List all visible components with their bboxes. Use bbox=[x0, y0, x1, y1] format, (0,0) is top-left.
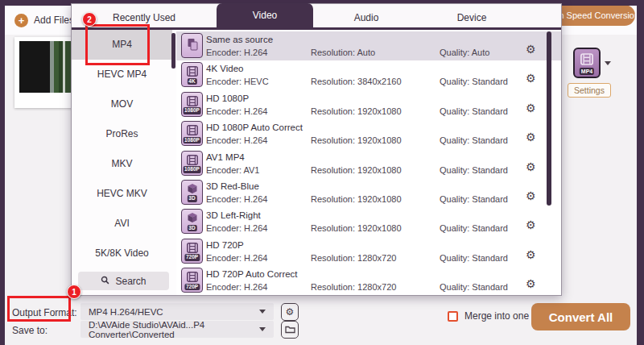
format-type-icon: 3D bbox=[181, 209, 203, 234]
window-border-left bbox=[0, 0, 5, 345]
output-format-tile-button[interactable]: MP4 bbox=[573, 48, 601, 78]
folder-icon bbox=[285, 322, 295, 337]
format-resolution: Resolution: 1920x1080 bbox=[311, 165, 402, 175]
format-name: HD 1080P Auto Correct bbox=[206, 123, 303, 132]
sidebar-items: MP4HEVC MP4MOVProResMKVHEVC MKVAVI5K/8K … bbox=[72, 30, 176, 268]
format-type-icon: 720P bbox=[181, 239, 203, 264]
format-row[interactable]: 1080P HD 1080P Encoder: H.264 Resolution… bbox=[176, 90, 561, 119]
format-row[interactable]: 1080P AV1 MP4 Encoder: AV1 Resolution: 1… bbox=[176, 149, 561, 178]
format-name: HD 720P Auto Correct bbox=[206, 269, 298, 279]
format-badge-label: 1080P bbox=[183, 107, 201, 114]
format-quality: Quality: Standard bbox=[440, 165, 508, 175]
format-tile-badge: MP4 bbox=[580, 68, 594, 75]
annotation-box-step2 bbox=[85, 24, 150, 65]
row-settings-gear-icon[interactable]: ⚙ bbox=[526, 219, 536, 231]
format-encoder: Encoder: H.264 bbox=[206, 194, 267, 204]
output-format-caret-icon bbox=[259, 310, 266, 314]
mp4-format-icon bbox=[580, 53, 593, 69]
format-name: AV1 MP4 bbox=[206, 152, 245, 162]
video-thumbnail-image bbox=[19, 41, 74, 93]
app-window: + Add Files High Speed Conversion MP4 Se… bbox=[0, 0, 644, 345]
tab-audio[interactable]: Audio bbox=[313, 9, 419, 27]
save-to-caret-icon bbox=[259, 327, 266, 331]
window-border-right bbox=[637, 0, 644, 345]
format-quality: Quality: Standard bbox=[440, 223, 508, 233]
row-settings-gear-icon[interactable]: ⚙ bbox=[526, 249, 536, 260]
format-row[interactable]: Same as source Encoder: H.264 Resolution… bbox=[176, 31, 561, 60]
add-files-label: Add Files bbox=[34, 15, 74, 26]
row-settings-gear-icon[interactable]: ⚙ bbox=[526, 131, 536, 143]
format-type-icon bbox=[181, 33, 203, 58]
format-resolution: Resolution: 1920x1080 bbox=[311, 106, 402, 116]
format-encoder: Encoder: H.264 bbox=[206, 48, 267, 57]
format-resolution: Resolution: 3840x2160 bbox=[311, 77, 402, 86]
format-quality: Quality: Auto bbox=[440, 48, 489, 57]
row-settings-gear-icon[interactable]: ⚙ bbox=[526, 190, 536, 202]
format-name: HD 1080P bbox=[206, 94, 249, 103]
format-resolution: Resolution: 1920x1080 bbox=[311, 135, 402, 145]
format-dropdown-caret-icon[interactable] bbox=[605, 61, 611, 65]
row-settings-gear-icon[interactable]: ⚙ bbox=[526, 161, 536, 172]
sidebar-item-5k-8k-video[interactable]: 5K/8K Video bbox=[72, 239, 172, 268]
format-row[interactable]: 720P HD 720P Auto Correct Encoder: H.264… bbox=[176, 266, 561, 295]
open-folder-button[interactable] bbox=[281, 321, 299, 339]
format-row[interactable]: 720P HD 720P Encoder: H.264 Resolution: … bbox=[176, 237, 561, 266]
convert-all-button[interactable]: Convert All bbox=[531, 303, 630, 330]
format-row[interactable]: 3D 3D Left-Right Encoder: H.264 Resoluti… bbox=[176, 207, 561, 236]
format-badge-label: 3D bbox=[187, 195, 196, 202]
row-settings-gear-icon[interactable]: ⚙ bbox=[526, 73, 536, 84]
sidebar-scrollbar[interactable] bbox=[171, 33, 175, 69]
merge-checkbox[interactable] bbox=[448, 311, 458, 322]
annotation-circle-step2: 2 bbox=[82, 12, 97, 27]
format-rows: Same as source Encoder: H.264 Resolution… bbox=[176, 31, 561, 295]
format-badge-label: 1080P bbox=[183, 137, 201, 144]
format-row[interactable]: 1080P HD 1080P Auto Correct Encoder: H.2… bbox=[176, 119, 561, 148]
format-resolution: Resolution: 1920x1080 bbox=[311, 223, 402, 233]
row-settings-gear-icon[interactable]: ⚙ bbox=[526, 102, 536, 114]
tab-device[interactable]: Device bbox=[419, 9, 524, 27]
sidebar-item-mov[interactable]: MOV bbox=[72, 89, 172, 119]
tab-video[interactable]: Video bbox=[217, 3, 313, 27]
format-badge-label: 720P bbox=[184, 254, 200, 261]
format-resolution: Resolution: 1280x720 bbox=[311, 253, 396, 263]
annotation-circle-step1: 1 bbox=[67, 285, 81, 299]
popup-body: MP4HEVC MP4MOVProResMKVHEVC MKVAVI5K/8K … bbox=[72, 30, 561, 295]
format-encoder: Encoder: H.264 bbox=[206, 106, 267, 116]
list-scrollbar[interactable] bbox=[547, 31, 551, 206]
format-encoder: Encoder: H.264 bbox=[206, 135, 267, 145]
video-thumbnail-card[interactable] bbox=[14, 37, 79, 108]
format-resolution: Resolution: 1280x720 bbox=[311, 282, 396, 292]
format-quality: Quality: Standard bbox=[440, 194, 508, 204]
sidebar-item-hevc-mkv[interactable]: HEVC MKV bbox=[72, 179, 172, 209]
format-name: HD 720P bbox=[206, 240, 244, 250]
save-to-dropdown[interactable]: D:\AVAide Studio\AVAid...P4 Converter\Co… bbox=[80, 321, 274, 338]
output-settings-button[interactable]: ⚙ bbox=[281, 303, 299, 321]
format-name: 3D Left-Right bbox=[206, 210, 261, 220]
format-resolution: Resolution: Auto bbox=[311, 48, 375, 57]
format-type-icon: 3D bbox=[181, 180, 203, 205]
format-resolution: Resolution: 1920x1080 bbox=[311, 194, 402, 204]
format-type-icon: 4K bbox=[181, 62, 203, 87]
output-format-dropdown[interactable]: MP4 H.264/HEVC bbox=[80, 303, 274, 320]
format-badge-label: 3D bbox=[187, 225, 196, 232]
format-row[interactable]: 4K 4K Video Encoder: HEVC Resolution: 38… bbox=[176, 60, 561, 89]
format-glyph-icon bbox=[186, 37, 199, 55]
sidebar-item-mkv[interactable]: MKV bbox=[72, 149, 172, 179]
add-files-button[interactable]: + Add Files bbox=[14, 10, 74, 31]
format-encoder: Encoder: HEVC bbox=[206, 77, 269, 86]
search-button[interactable]: Search bbox=[78, 272, 169, 290]
format-badge-label: 4K bbox=[187, 78, 196, 85]
row-settings-gear-icon[interactable]: ⚙ bbox=[526, 278, 536, 289]
format-encoder: Encoder: H.264 bbox=[206, 253, 267, 263]
format-type-icon: 1080P bbox=[181, 151, 203, 176]
format-name: Same as source bbox=[206, 35, 273, 44]
format-quality: Quality: Standard bbox=[440, 253, 508, 263]
high-speed-conversion-button[interactable]: High Speed Conversion bbox=[550, 5, 635, 26]
format-type-icon: 1080P bbox=[181, 121, 203, 146]
annotation-box-step1 bbox=[7, 296, 71, 322]
sidebar-item-avi[interactable]: AVI bbox=[72, 209, 172, 239]
format-encoder: Encoder: AV1 bbox=[206, 165, 259, 175]
format-row[interactable]: 3D 3D Red-Blue Encoder: H.264 Resolution… bbox=[176, 178, 561, 207]
sidebar-item-prores[interactable]: ProRes bbox=[72, 119, 172, 149]
row-settings-gear-icon[interactable]: ⚙ bbox=[526, 44, 536, 55]
